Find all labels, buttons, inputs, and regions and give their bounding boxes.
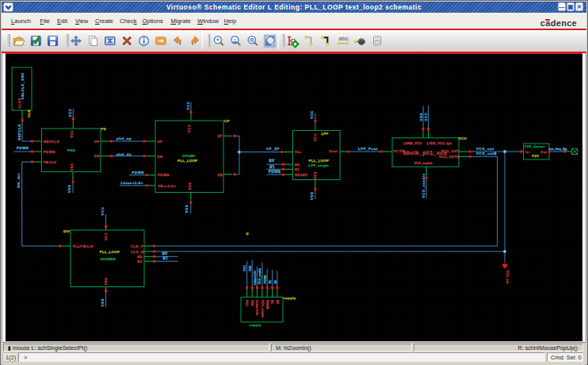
svg-text:LPF: LPF: [321, 132, 328, 136]
svg-text:REFCLK: REFCLK: [17, 123, 21, 140]
svg-text:VCC: VCC: [186, 102, 190, 110]
svg-text:VCC: VCC: [101, 207, 105, 216]
svg-text:B1: B1: [138, 259, 143, 263]
svg-text:VSS: VSS: [249, 265, 252, 271]
svg-text:PDWN: PDWN: [264, 275, 267, 283]
svg-text:VCO_outB: VCO_outB: [476, 152, 497, 156]
svg-text:Lbias<1:0>: Lbias<1:0>: [254, 271, 257, 285]
svg-text:VCC: VCC: [313, 133, 317, 141]
svg-text:VSS: VSS: [188, 182, 192, 190]
svg-text:DIV: DIV: [63, 229, 70, 233]
svg-text:vco_freq_dig: vco_freq_dig: [549, 148, 567, 151]
svg-text:CLKP: CLKP: [17, 98, 21, 109]
svg-text:abc: abc: [338, 35, 349, 42]
svg-text:B0: B0: [138, 255, 143, 259]
svg-text:PDWN: PDWN: [44, 150, 55, 154]
svg-text:B0: B0: [276, 300, 279, 304]
svg-text:Vout: Vout: [329, 149, 338, 153]
svg-text:VSS: VSS: [313, 171, 317, 179]
svg-text:Vin: Vin: [295, 150, 301, 154]
svg-text:REFCLK: REFCLK: [44, 140, 59, 144]
svg-text:phd_dn: phd_dn: [116, 152, 132, 156]
svg-text:Lbias<1:0>: Lbias<1:0>: [121, 181, 143, 185]
svg-text:LGND_VCO: LGND_VCO: [403, 141, 422, 145]
svg-text:PLL_LOOP: PLL_LOOP: [100, 250, 120, 254]
svg-text:VSS: VSS: [70, 163, 74, 171]
svg-text:VCO_enable: VCO_enable: [261, 300, 264, 317]
svg-text:VCO_OUT: VCO_OUT: [441, 149, 459, 153]
svg-text:VCO: VCO: [459, 136, 468, 140]
svg-text:LPF_Pout: LPF_Pout: [358, 147, 378, 151]
svg-text:VCO_OUTB: VCO_OUTB: [439, 155, 460, 159]
svg-text:supply: supply: [284, 296, 296, 300]
svg-text:ZP: ZP: [218, 134, 223, 138]
svg-text:FBCLK: FBCLK: [44, 160, 57, 164]
svg-text:B0: B0: [295, 163, 300, 167]
svg-text:CPUMP: CPUMP: [182, 154, 196, 158]
svg-text:VCC: VCC: [70, 129, 74, 137]
svg-text:VBc<1:0>: VBc<1:0>: [158, 184, 176, 188]
svg-text:PD: PD: [101, 127, 107, 131]
svg-text:VCO_out: VCO_out: [476, 147, 494, 151]
svg-text:UP: UP: [94, 140, 100, 144]
svg-text:VCC: VCC: [310, 110, 314, 119]
svg-text:VSS: VSS: [104, 277, 108, 285]
svg-text:B1: B1: [269, 280, 272, 284]
svg-text:B1: B1: [270, 300, 273, 304]
svg-text:VCC: VCC: [245, 300, 248, 306]
svg-text:VSS: VSS: [101, 298, 105, 306]
svg-text:CP: CP: [224, 119, 230, 123]
svg-text:VCO_enable: VCO_enable: [258, 268, 262, 285]
svg-text:PDWN: PDWN: [158, 173, 170, 177]
svg-text:DN_det: DN_det: [17, 173, 21, 188]
svg-text:DIVIDER: DIVIDER: [101, 257, 116, 261]
svg-text:VCC: VCC: [424, 113, 428, 121]
svg-text:VCC: VCC: [104, 232, 108, 240]
svg-text:PDWN: PDWN: [17, 146, 29, 150]
svg-text:DN: DN: [94, 154, 100, 158]
svg-text:VCO_out: VCO_out: [506, 271, 509, 285]
svg-text:B0: B0: [274, 280, 277, 284]
svg-text:CLK_N: CLK_N: [131, 250, 144, 254]
svg-text:UP: UP: [158, 140, 163, 144]
svg-text:In: In: [525, 150, 529, 154]
svg-text:VSS: VSS: [67, 185, 71, 193]
svg-text:CP_ZP: CP_ZP: [266, 147, 280, 151]
svg-text:PLL_LOOP: PLL_LOOP: [309, 159, 330, 163]
svg-text:CLK_P: CLK_P: [131, 244, 143, 248]
svg-text:D: D: [246, 232, 249, 236]
svg-text:VSS: VSS: [419, 113, 423, 121]
svg-text:PHD: PHD: [67, 148, 75, 152]
svg-text:VSS: VSS: [250, 300, 254, 306]
svg-text:VCO_enable: VCO_enable: [414, 162, 433, 165]
svg-text:B1: B1: [295, 167, 300, 171]
svg-text:LVDD_VCO_tp2: LVDD_VCO_tp2: [427, 141, 452, 145]
svg-text:VCC: VCC: [68, 109, 72, 117]
svg-text:F2V_detect: F2V_detect: [525, 144, 545, 148]
svg-text:CLK: CLK: [27, 110, 31, 117]
svg-text:PLL_LOOP: PLL_LOOP: [178, 159, 198, 163]
svg-text:LPF_single: LPF_single: [309, 163, 330, 167]
svg-text:Lbias<1:0>: Lbias<1:0>: [255, 300, 258, 317]
svg-text:PDWN: PDWN: [265, 300, 269, 309]
svg-text:PLLFBCLK: PLLFBCLK: [73, 244, 94, 248]
svg-text:VALCLK_SRC: VALCLK_SRC: [21, 72, 25, 100]
svg-text:VCO_enable: VCO_enable: [422, 173, 426, 198]
svg-text:RESET: RESET: [295, 173, 308, 177]
svg-text:VCC: VCC: [187, 125, 191, 133]
svg-text:DN: DN: [158, 155, 163, 159]
svg-text:phd_up: phd_up: [116, 136, 132, 140]
svg-text:F2V: F2V: [532, 154, 539, 158]
svg-text:VSS: VSS: [185, 205, 189, 213]
svg-text:ZN: ZN: [218, 173, 223, 177]
svg-text:supply: supply: [250, 323, 262, 327]
svg-text:VCC: VCC: [243, 265, 246, 271]
svg-text:PDWN: PDWN: [132, 171, 145, 175]
svg-text:VSS: VSS: [310, 192, 314, 200]
svg-text:Out: Out: [540, 150, 548, 154]
